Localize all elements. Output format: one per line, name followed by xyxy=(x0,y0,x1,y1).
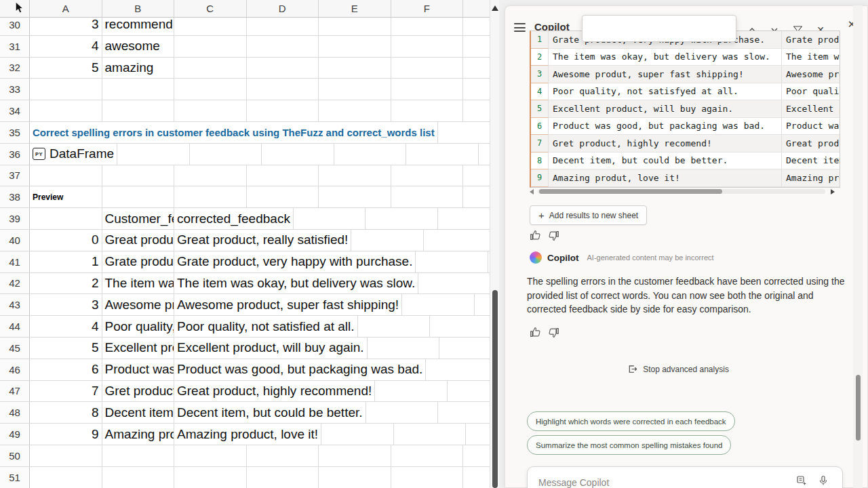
row-header-32[interactable]: 32 xyxy=(0,58,30,79)
sheet-cell-A47[interactable]: 7 xyxy=(30,381,102,403)
sheet-cell-A35[interactable]: Correct spelling errors in customer feed… xyxy=(30,122,438,144)
row-header-50[interactable]: 50 xyxy=(0,445,30,467)
sheet-cell-A43[interactable]: 3 xyxy=(30,294,102,316)
sheet-cell-A31[interactable]: 4 xyxy=(30,36,102,58)
sheet-cell-C51[interactable] xyxy=(174,467,247,488)
sheet-cell-F32[interactable] xyxy=(391,58,464,79)
sheet-cell-B50[interactable] xyxy=(102,445,175,467)
sheet-cell-C47[interactable]: Great product, highly recommend! xyxy=(174,381,375,403)
thumbs-down-icon[interactable] xyxy=(548,327,560,339)
sheet-cell-B51[interactable] xyxy=(102,467,175,488)
sheet-cell-E47[interactable] xyxy=(448,381,490,403)
sheet-cell-E40[interactable] xyxy=(424,230,490,251)
sheet-cell-A50[interactable] xyxy=(30,445,102,467)
sheet-cell-B34[interactable] xyxy=(102,100,175,122)
panel-scrollbar-thumb[interactable] xyxy=(856,375,861,441)
sheet-cell-C49[interactable]: Amazing product, love it! xyxy=(174,424,321,445)
sheet-cell-G34[interactable] xyxy=(463,100,490,122)
sheet-cell-C42[interactable]: The item was okay, but delivery was slow… xyxy=(174,273,418,295)
sheet-cell-G31[interactable] xyxy=(463,36,490,58)
sheet-cell-B40[interactable]: Great product, really satisfied! xyxy=(102,230,175,251)
find-box[interactable] xyxy=(582,15,736,42)
sheet-cell-D37[interactable] xyxy=(247,165,319,187)
sheet-cell-C34[interactable] xyxy=(174,100,247,122)
sheet-cell-C45[interactable]: Excellent product, will buy again. xyxy=(174,338,368,359)
sheet-cell-E50[interactable] xyxy=(319,445,391,467)
sheet-cell-E49[interactable] xyxy=(394,424,467,445)
hscroll-thumb[interactable] xyxy=(539,189,722,194)
sheet-cell-C39[interactable]: corrected_feedback xyxy=(174,208,294,230)
sheet-cell-E37[interactable] xyxy=(319,165,391,187)
sheet-cell-B36[interactable] xyxy=(117,144,190,165)
row-header-44[interactable]: 44 xyxy=(0,316,30,338)
row-header-38[interactable]: 38 xyxy=(0,186,30,208)
row-header-47[interactable]: 47 xyxy=(0,381,30,403)
sheet-cell-E48[interactable] xyxy=(438,402,490,424)
message-copilot-input[interactable] xyxy=(537,474,770,488)
sheet-vertical-scrollbar[interactable] xyxy=(490,0,499,488)
find-input[interactable] xyxy=(588,18,732,40)
sheet-cell-A46[interactable]: 6 xyxy=(30,359,102,381)
sheet-cell-E33[interactable] xyxy=(319,79,391,100)
sheet-cell-C40[interactable]: Great product, really satisfied! xyxy=(174,230,351,251)
sheet-cell-D33[interactable] xyxy=(247,79,319,100)
sheet-cell-A32[interactable]: 5 xyxy=(30,58,102,79)
sheet-cell-B32[interactable]: amazing xyxy=(102,58,175,79)
sheet-cell-D34[interactable] xyxy=(247,100,319,122)
sheet-cell-A33[interactable] xyxy=(30,79,102,100)
sheet-cell-E31[interactable] xyxy=(319,36,391,58)
sheet-cell-D46[interactable] xyxy=(426,359,490,381)
thumbs-down-icon[interactable] xyxy=(548,230,560,242)
sheet-cell-G38[interactable] xyxy=(463,186,490,208)
sheet-cell-C46[interactable]: Product was good, but packaging was bad. xyxy=(174,359,426,381)
sheet-cell-B42[interactable]: The item was okay, but delivery was slow… xyxy=(102,273,175,295)
column-header-e[interactable]: E xyxy=(319,0,391,17)
column-header-a[interactable]: A xyxy=(30,0,102,17)
sheet-cell-D47[interactable] xyxy=(375,381,448,403)
message-bar[interactable] xyxy=(527,466,843,488)
sheet-cell-G37[interactable] xyxy=(463,165,490,187)
row-header-37[interactable]: 37 xyxy=(0,165,30,187)
sheet-cell-A49[interactable]: 9 xyxy=(30,424,102,445)
panel-vertical-scrollbar[interactable] xyxy=(853,5,863,488)
sheet-cell-C41[interactable]: Grate product, very happy with purchase. xyxy=(174,251,416,273)
sheet-cell-C43[interactable]: Awesome product, super fast shipping! xyxy=(174,294,402,316)
sheet-cell-F34[interactable] xyxy=(391,100,464,122)
sheet-cell-D36[interactable] xyxy=(262,144,334,165)
sheet-cell-D45[interactable] xyxy=(368,338,440,359)
sheet-cell-E44[interactable] xyxy=(430,316,490,338)
sheet-cell-C44[interactable]: Poor quality, not satisfied at all. xyxy=(174,316,358,338)
row-header-42[interactable]: 42 xyxy=(0,273,30,295)
sheet-cell-C31[interactable] xyxy=(174,36,247,58)
sheet-cell-E39[interactable] xyxy=(366,208,438,230)
sheet-cell-C32[interactable] xyxy=(174,58,247,79)
sheet-cell-G51[interactable] xyxy=(463,467,490,488)
sheet-cell-E34[interactable] xyxy=(319,100,391,122)
sheet-cell-E36[interactable] xyxy=(334,144,407,165)
sheet-cell-F39[interactable] xyxy=(438,208,490,230)
sheet-cell-B48[interactable]: Decent item, but could be better. xyxy=(102,402,175,424)
prompt-library-icon[interactable] xyxy=(796,475,808,487)
sheet-cell-F31[interactable] xyxy=(391,36,464,58)
sheet-cell-D51[interactable] xyxy=(247,467,319,488)
sheet-cell-D40[interactable] xyxy=(351,230,424,251)
sheet-cell-B46[interactable]: Product was good, but packaging was bad. xyxy=(102,359,175,381)
sheet-cell-A38[interactable]: Preview xyxy=(30,186,102,208)
stop-advanced-analysis-button[interactable]: Stop advanced analysis xyxy=(623,363,733,375)
sheet-cell-B33[interactable] xyxy=(102,79,175,100)
row-header-45[interactable]: 45 xyxy=(0,338,30,359)
sheet-cell-B39[interactable]: Customer_feedback xyxy=(102,208,175,230)
thumbs-up-icon[interactable] xyxy=(530,327,542,339)
sheet-cell-F49[interactable] xyxy=(466,424,490,445)
column-header-f[interactable]: F xyxy=(391,0,464,17)
column-header-d[interactable]: D xyxy=(247,0,319,17)
row-header-51[interactable]: 51 xyxy=(0,467,30,488)
row-header-46[interactable]: 46 xyxy=(0,359,30,381)
sheet-cell-G33[interactable] xyxy=(463,79,490,100)
sheet-cell-B45[interactable]: Excellent product, will buy again. xyxy=(102,338,175,359)
sheet-cell-D49[interactable] xyxy=(321,424,394,445)
sheet-cell-A42[interactable]: 2 xyxy=(30,273,102,295)
result-table-hscrollbar[interactable] xyxy=(530,188,835,196)
sheet-cell-G32[interactable] xyxy=(463,58,490,79)
sheet-cell-B35[interactable] xyxy=(438,122,490,144)
